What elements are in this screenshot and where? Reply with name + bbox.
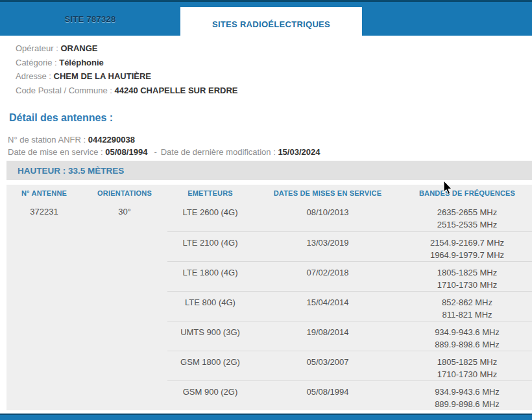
emitter-rows: LTE 2600 (4G) 08/10/2013 2635-2655 MHz 2… [167,202,532,410]
antenna-identity: 372231 30° [6,202,167,410]
station-line: N° de station ANFR : 0442290038 [8,135,135,145]
emitter-service-date: 15/04/2014 [253,296,402,321]
category-line: Catégorie : Téléphonie [16,56,237,70]
frequency-band: 1710-1730 MHz [402,279,532,291]
emitter-frequency-bands: 2154.9-2169.7 MHz 1964.9-1979.7 MHz [402,237,532,261]
frequency-band: 934.9-943.6 MHz [402,326,532,338]
header-orientations: ORIENTATIONS [82,189,167,197]
service-date-value: 05/08/1994 [105,147,147,157]
emitter-name: LTE 1800 (4G) [167,266,253,291]
emitter-name: GSM 1800 (2G) [167,356,253,380]
height-header-label: HAUTEUR : 33.5 MÈTRES [18,166,124,176]
emitter-row: LTE 2600 (4G) 08/10/2013 2635-2655 MHz 2… [167,202,532,231]
table-body: 372231 30° LTE 2600 (4G) 08/10/2013 2635… [6,202,532,410]
antenna-number-value: 372231 [6,207,82,216]
emitter-service-date: 08/10/2013 [253,206,402,231]
station-label: N° de station ANFR : [8,135,88,145]
dates-dash: - [147,147,160,157]
tab-bar: SITE 787328 SITES RADIOÉLECTRIQUES [0,0,532,36]
frequency-band: 934.9-943.6 MHz [402,386,532,398]
emitter-service-date: 19/08/2014 [253,326,402,351]
emitter-name: LTE 2600 (4G) [167,206,253,231]
footer-bar [0,414,532,420]
modification-label: Date de dernière modification : [161,147,278,157]
postal-commune-value: 44240 CHAPELLE SUR ERDRE [114,86,237,95]
header-service-dates: DATES DE MISES EN SERVICE [253,189,402,197]
tab-site-label: SITE 787328 [64,14,115,24]
address-value: CHEM DE LA HAUTIÈRE [54,71,151,81]
header-emitters: EMETTEURS [167,189,253,197]
emitter-service-date: 07/02/2018 [253,266,402,291]
table-header-row: N° ANTENNE ORIENTATIONS EMETTEURS DATES … [6,185,532,202]
postal-commune-label: Code Postal / Commune : [16,86,114,95]
emitter-frequency-bands: 1805-1825 MHz 1710-1730 MHz [402,356,532,380]
emitter-row: UMTS 900 (3G) 19/08/2014 934.9-943.6 MHz… [167,321,532,351]
antennas-table: N° ANTENNE ORIENTATIONS EMETTEURS DATES … [6,185,532,410]
emitter-service-date: 05/08/1994 [253,386,402,410]
dates-line: Date de mise en service : 05/08/1994-Dat… [8,147,320,157]
frequency-band: 2154.9-2169.7 MHz [402,237,532,249]
category-value: Téléphonie [59,58,104,67]
operator-line: Opérateur : ORANGE [16,41,237,56]
emitter-frequency-bands: 1805-1825 MHz 1710-1730 MHz [402,266,532,291]
frequency-band: 1805-1825 MHz [402,356,532,368]
operator-label: Opérateur : [16,43,60,53]
header-frequency-bands: BANDES DE FRÉQUENCES [402,189,532,197]
operator-value: ORANGE [60,43,97,53]
emitter-frequency-bands: 852-862 MHz 811-821 MHz [402,296,532,321]
tab-site[interactable]: SITE 787328 [0,2,180,36]
frequency-band: 2515-2535 MHz [402,218,532,231]
frequency-band: 1964.9-1979.7 MHz [402,249,532,261]
frequency-band: 2635-2655 MHz [402,206,532,218]
emitter-name: GSM 900 (2G) [167,386,253,410]
emitter-row: GSM 1800 (2G) 05/03/2007 1805-1825 MHz 1… [167,351,532,380]
frequency-band: 811-821 MHz [402,309,532,321]
orientation-value: 30° [82,207,167,216]
address-line: Adresse : CHEM DE LA HAUTIÈRE [16,69,237,84]
header-antenna-number: N° ANTENNE [6,189,82,197]
emitter-service-date: 05/03/2007 [253,356,402,380]
frequency-band: 1805-1825 MHz [402,266,532,279]
frequency-band: 1710-1730 MHz [402,368,532,380]
antennas-section-title: Détail des antennes : [9,112,113,124]
tab-sites-radioelectriques-label: SITES RADIOÉLECTRIQUES [212,19,330,29]
tab-sites-radioelectriques[interactable]: SITES RADIOÉLECTRIQUES [180,7,362,41]
site-info: Opérateur : ORANGE Catégorie : Téléphoni… [16,41,237,97]
emitter-name: UMTS 900 (3G) [167,326,253,351]
frequency-band: 889.9-898.6 MHz [402,338,532,351]
service-date-label: Date de mise en service : [8,147,105,157]
modification-value: 15/03/2024 [278,147,320,157]
emitter-name: LTE 2100 (4G) [167,237,253,261]
emitter-frequency-bands: 934.9-943.6 MHz 889.9-898.6 MHz [402,386,532,410]
emitter-name: LTE 800 (4G) [167,296,253,321]
emitter-frequency-bands: 934.9-943.6 MHz 889.9-898.6 MHz [402,326,532,351]
emitter-row: LTE 800 (4G) 15/04/2014 852-862 MHz 811-… [167,291,532,321]
postal-commune-line: Code Postal / Commune : 44240 CHAPELLE S… [16,84,237,98]
frequency-band: 889.9-898.6 MHz [402,398,532,410]
emitter-row: LTE 2100 (4G) 13/03/2019 2154.9-2169.7 M… [167,231,532,261]
emitter-frequency-bands: 2635-2655 MHz 2515-2535 MHz [402,206,532,231]
height-header-bar: HAUTEUR : 33.5 MÈTRES [6,161,532,180]
category-label: Catégorie : [16,58,59,67]
address-label: Adresse : [16,71,54,81]
emitter-row: LTE 1800 (4G) 07/02/2018 1805-1825 MHz 1… [167,261,532,291]
emitter-service-date: 13/03/2019 [253,237,402,261]
station-value: 0442290038 [88,135,135,145]
frequency-band: 852-862 MHz [402,296,532,309]
emitter-row: GSM 900 (2G) 05/08/1994 934.9-943.6 MHz … [167,380,532,410]
